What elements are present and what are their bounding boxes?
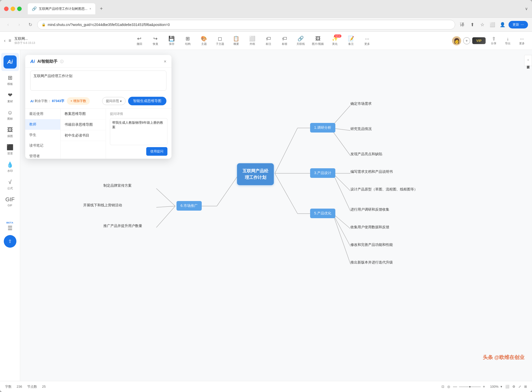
fit-icon[interactable]: ⊡ xyxy=(441,385,444,388)
fullscreen-btn[interactable]: ⤢ xyxy=(518,385,521,388)
ai-cat-manager[interactable]: 管理者 xyxy=(25,151,60,159)
back-btn[interactable]: ‹ xyxy=(4,21,12,29)
new-tab-btn[interactable]: + xyxy=(97,5,105,13)
zoom-in-btn[interactable]: + xyxy=(483,384,485,389)
material-icon: ❤ xyxy=(8,92,12,99)
settings-btn[interactable]: ⚙ xyxy=(512,385,515,388)
toolbar-link[interactable]: 🔗 关联线 xyxy=(293,34,308,47)
toolbar-redo[interactable]: ↪ 恢复 xyxy=(148,34,163,47)
toolbar-theme[interactable]: 🎨 主题 xyxy=(196,34,212,47)
forward-btn[interactable]: › xyxy=(15,21,23,29)
browser-actions: 译 ⬆ ☆ ⬜ 👤 更新 ⋯ xyxy=(458,21,528,29)
browser-menu-btn[interactable]: ∨ xyxy=(525,6,528,11)
sidebar-item-formula[interactable]: √ 公式 xyxy=(1,176,19,193)
toolbar-backup[interactable]: 📝 备注 xyxy=(343,34,359,47)
ai-template-lesson[interactable]: 教案思维导图 xyxy=(61,109,106,119)
toolbar-export[interactable]: ↓ 导出 xyxy=(502,36,514,45)
sidebar-item-template[interactable]: ⊞ 模板 xyxy=(1,72,19,88)
ai-prompt-textarea[interactable]: 帮我生成人教版物理8年级上册的教案 xyxy=(110,118,167,145)
doc-info: 互联网... 保存于 6-6 15:13 xyxy=(14,37,35,45)
use-prompt-btn[interactable]: 使用提问 xyxy=(146,147,167,156)
ai-cat-recent[interactable]: 最近使用 xyxy=(25,109,60,119)
prompt-select[interactable]: 提问示范 ▾ xyxy=(102,97,126,105)
main-area: Ai ⊞ 模板 ❤ 素材 ☺ 图标 🖼 插图 xyxy=(0,50,532,381)
toolbar-undo[interactable]: ↩ 撤回 xyxy=(132,34,147,47)
lock-icon: 🔒 xyxy=(42,23,46,26)
canvas-area[interactable]: Ai AI智能助手 ⓘ × 互联网产品经理工作计划 Ai 剩余字数： 87343… xyxy=(20,50,532,381)
active-tab[interactable]: 🔗 互联网产品经理工作计划树图思... × xyxy=(28,3,95,14)
vip-btn[interactable]: VIP xyxy=(472,37,486,44)
zoom-slider[interactable]: ———●——— xyxy=(459,385,481,388)
sidebar-item-ai[interactable]: Ai xyxy=(1,53,19,71)
toolbar-summary[interactable]: 📋 概要 xyxy=(229,34,244,47)
translate-btn[interactable]: 译 xyxy=(458,21,466,29)
app-toolbar: ‹ ≡ 互联网... 保存于 6-6 15:13 ↩ 撤回 ↪ 恢复 💾 xyxy=(0,32,532,50)
prompt-select-label: 提问示范 xyxy=(106,99,119,103)
sidebar-item-material[interactable]: ❤ 素材 xyxy=(1,89,19,106)
toolbar-save[interactable]: 💾 保存 xyxy=(164,34,179,47)
ai-cat-reading[interactable]: 读书笔记 xyxy=(25,140,60,151)
zoom-out-btn[interactable]: — xyxy=(453,384,457,389)
sidebar-item-sticker[interactable]: 🖼 插图 xyxy=(1,124,19,141)
zoom-chevron[interactable]: ▾ xyxy=(500,385,502,388)
sidebar-item-bg[interactable]: ⬛ 背景 xyxy=(1,142,19,158)
toolbar-marker[interactable]: 🏷 标注 xyxy=(261,34,276,47)
branch-node-design[interactable]: 3.产品设计 xyxy=(310,168,335,178)
toolbar-frame[interactable]: ⬜ 外框 xyxy=(245,34,260,47)
outline-icon: ☰ xyxy=(8,225,13,232)
ai-info-btn[interactable]: ⓘ xyxy=(60,59,64,64)
screenshot-btn[interactable]: ⬆ xyxy=(468,21,476,29)
sidebar-item-share2[interactable]: ⇧ xyxy=(4,235,16,248)
user-avatar[interactable]: 👩 xyxy=(452,36,461,45)
branch-node-survey[interactable]: 1.调研分析 xyxy=(310,123,335,133)
new-badge: NEW xyxy=(334,35,341,38)
url-bar[interactable]: 🔒 mind.shutu.cn/?works_guid=c2044dbe35fe… xyxy=(37,20,455,29)
toolbar-tag[interactable]: 🏷 标签 xyxy=(277,34,292,47)
branch-node-optimize[interactable]: 5.产品优化 xyxy=(310,209,335,218)
toolbar-center: ↩ 撤回 ↪ 恢复 💾 保存 ⊞ 结构 🎨 主题 xyxy=(54,34,452,47)
branch-node-marketing[interactable]: 6.市场推广 xyxy=(176,201,202,211)
ai-cat-student[interactable]: 学生 xyxy=(25,130,60,140)
sidebar-item-icon[interactable]: ☺ 图标 xyxy=(1,107,19,123)
right-panel-toggle[interactable]: ‹ 设置面板 xyxy=(524,55,532,66)
ai-close-btn[interactable]: × xyxy=(164,59,166,64)
generate-btn[interactable]: 智能生成思维导图 xyxy=(128,97,166,105)
svg-line-0 xyxy=(275,128,298,173)
ai-cat-teacher[interactable]: 教师 xyxy=(25,119,60,130)
center-icon[interactable]: ◎ xyxy=(447,385,450,388)
ai-template-reading[interactable]: 初中生必读书目 xyxy=(61,130,106,141)
sidebar-item-outline[interactable]: BETA ☰ xyxy=(1,219,19,234)
share-label: 分享 xyxy=(491,42,496,45)
minimize-window-btn[interactable] xyxy=(11,7,15,11)
summary-label: 概要 xyxy=(233,42,239,46)
toolbar-more2[interactable]: ··· 更多 xyxy=(516,36,528,45)
toolbar-more[interactable]: ··· 更多 xyxy=(360,34,375,47)
toolbar-back-btn[interactable]: ‹ xyxy=(4,38,6,43)
sidebar-item-watermark[interactable]: 💧 水印 xyxy=(1,159,19,175)
sidebar-item-gif[interactable]: GIF GIF xyxy=(1,194,19,209)
refresh-btn[interactable]: ↻ xyxy=(26,21,34,29)
extension-btn[interactable]: ⬜ xyxy=(488,21,496,29)
more-icon: ··· xyxy=(365,36,369,42)
toolbar-menu-btn[interactable]: ≡ xyxy=(9,38,11,43)
material-label: 素材 xyxy=(7,100,13,103)
tab-close-btn[interactable]: × xyxy=(90,7,91,11)
thumbnail-btn[interactable]: ⬜ xyxy=(505,385,509,388)
close-window-btn[interactable] xyxy=(4,7,9,11)
add-user-btn[interactable]: + xyxy=(463,37,470,44)
ai-input[interactable]: 互联网产品经理工作计划 xyxy=(30,71,166,91)
toolbar-beautify[interactable]: ✨ 美化 NEW xyxy=(327,34,342,47)
profile-btn[interactable]: 👤 xyxy=(498,21,507,29)
toolbar-subtheme[interactable]: ◻ 子主题 xyxy=(213,34,228,47)
grid-btn[interactable]: ⊞ xyxy=(524,385,527,388)
ai-template-books[interactable]: 书籍目录思维导图 xyxy=(61,119,106,130)
update-btn[interactable]: 更新 ⋯ xyxy=(509,21,528,28)
toolbar-media[interactable]: 🖼 图片/视频 xyxy=(309,34,326,47)
maximize-window-btn[interactable] xyxy=(17,7,22,11)
add-words-btn[interactable]: + 增加字数 xyxy=(67,97,90,105)
export-label: 导出 xyxy=(505,42,511,45)
toolbar-structure[interactable]: ⊞ 结构 xyxy=(180,34,195,47)
mindmap-center-node[interactable]: 互联网产品经理工作计划 xyxy=(237,163,274,185)
bookmark-btn[interactable]: ☆ xyxy=(478,21,486,29)
toolbar-share[interactable]: ⇧ 分享 xyxy=(488,36,500,45)
